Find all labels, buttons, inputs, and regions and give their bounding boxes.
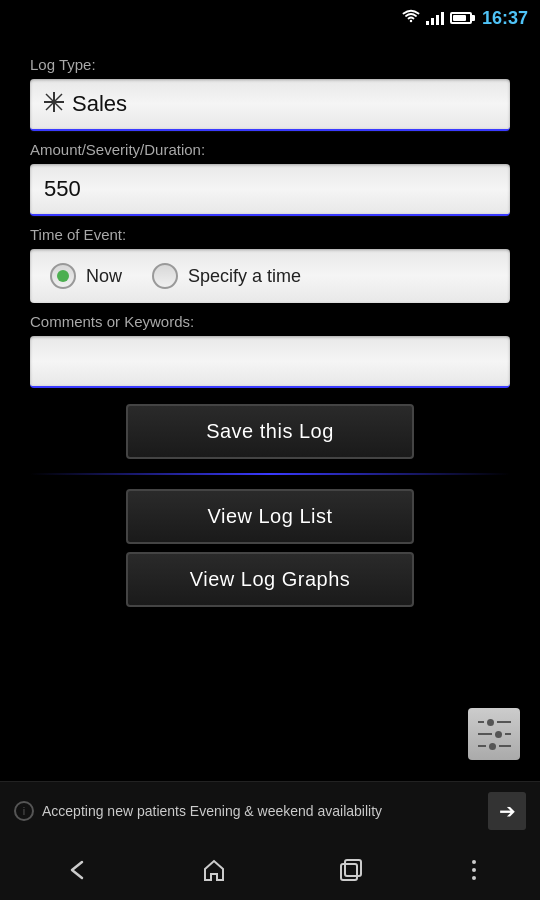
radio-now-outer[interactable]: [50, 263, 76, 289]
notification-bar: i Accepting new patients Evening & weeke…: [0, 781, 540, 840]
main-content: Log Type: Sales Amount/Severity/Duration…: [0, 36, 540, 617]
view-log-graphs-button[interactable]: View Log Graphs: [126, 552, 414, 607]
radio-specify-label: Specify a time: [188, 266, 301, 287]
notification-arrow[interactable]: ➔: [488, 792, 526, 830]
button-container: Save this Log View Log List View Log Gra…: [30, 404, 510, 607]
settings-fab[interactable]: [468, 708, 520, 760]
log-type-field[interactable]: Sales: [30, 79, 510, 131]
info-icon: i: [14, 801, 34, 821]
notification-text: Accepting new patients Evening & weekend…: [42, 803, 488, 819]
time-event-label: Time of Event:: [30, 226, 510, 243]
signal-icon: [426, 11, 444, 25]
home-button[interactable]: [200, 856, 228, 884]
svg-rect-5: [345, 860, 361, 876]
back-button[interactable]: [64, 856, 92, 884]
wifi-icon: [402, 9, 420, 27]
log-type-label: Log Type:: [30, 56, 510, 73]
radio-now-label: Now: [86, 266, 122, 287]
save-log-button[interactable]: Save this Log: [126, 404, 414, 459]
radio-now-inner: [57, 270, 69, 282]
status-bar: 16:37: [0, 0, 540, 36]
comments-label: Comments or Keywords:: [30, 313, 510, 330]
amount-field[interactable]: [30, 164, 510, 216]
sliders-icon: [478, 719, 511, 750]
nav-bar: [0, 840, 540, 900]
comments-input[interactable]: [44, 350, 496, 368]
log-type-icon: [44, 92, 64, 117]
menu-button[interactable]: [472, 860, 476, 880]
radio-now[interactable]: Now: [50, 263, 122, 289]
amount-input[interactable]: [44, 176, 496, 202]
comments-field[interactable]: [30, 336, 510, 388]
recents-button[interactable]: [336, 856, 364, 884]
status-icons: 16:37: [402, 8, 528, 29]
save-divider: [30, 473, 510, 475]
radio-specify-outer[interactable]: [152, 263, 178, 289]
time-display: 16:37: [482, 8, 528, 29]
amount-label: Amount/Severity/Duration:: [30, 141, 510, 158]
svg-rect-4: [341, 864, 357, 880]
time-radio-group: Now Specify a time: [30, 249, 510, 303]
view-log-list-button[interactable]: View Log List: [126, 489, 414, 544]
log-type-value: Sales: [72, 91, 127, 117]
radio-specify[interactable]: Specify a time: [152, 263, 301, 289]
battery-icon: [450, 12, 472, 24]
